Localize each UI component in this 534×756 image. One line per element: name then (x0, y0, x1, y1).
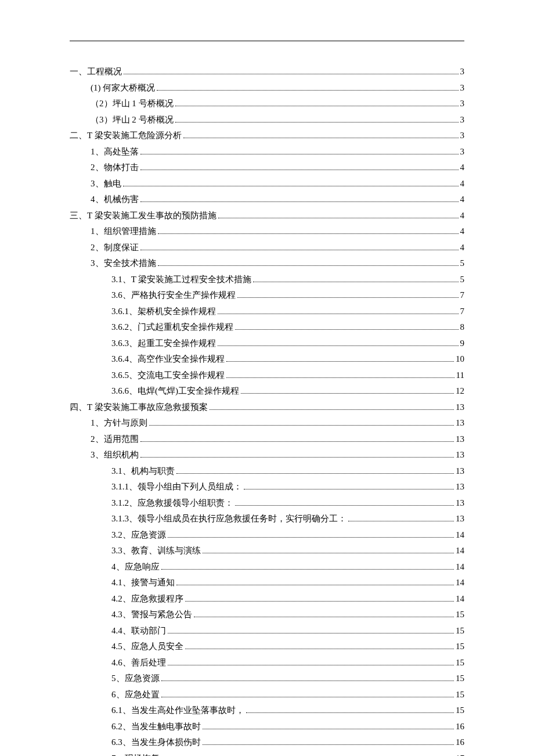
header-rule (70, 41, 464, 41)
toc-label: 3.1.2、应急救援领导小组职责： (111, 496, 233, 510)
toc-label: 3、触电 (91, 177, 121, 190)
toc-entry[interactable]: （3）坪山 2 号桥概况3 (70, 113, 464, 127)
toc-page-number: 12 (456, 384, 464, 398)
toc-leader-dots (176, 585, 454, 585)
toc-label: （3）坪山 2 号桥概况 (91, 113, 174, 127)
toc-entry[interactable]: 3.6.1、架桥机安全操作规程7 (70, 304, 464, 318)
toc-entry[interactable]: 4.4、联动部门15 (70, 624, 464, 638)
toc-entry[interactable]: 4.2、应急救援程序14 (70, 592, 464, 606)
toc-page-number: 17 (456, 751, 464, 757)
toc-page-number: 5 (460, 272, 465, 286)
toc-entry[interactable]: 4.3、警报与紧急公告15 (70, 607, 464, 621)
toc-page-number: 4 (460, 160, 465, 174)
toc-page-number: 9 (460, 336, 465, 350)
toc-entry[interactable]: 3.6.6、电焊(气焊)工安全操作规程12 (70, 384, 464, 398)
toc-entry[interactable]: 5、应急资源15 (70, 671, 464, 685)
toc-leader-dots (237, 297, 459, 298)
toc-leader-dots (158, 233, 459, 234)
toc-label: 3.6.2、门式起重机安全操作规程 (111, 320, 233, 334)
toc-label: 4、应急响应 (111, 560, 160, 574)
toc-leader-dots (348, 521, 454, 521)
toc-page-number: 14 (456, 592, 464, 606)
toc-entry[interactable]: 3.1、T 梁安装施工过程安全技术措施5 (70, 272, 464, 286)
toc-entry[interactable]: 3.6.3、起重工安全操作规程9 (70, 336, 464, 350)
toc-leader-dots (140, 154, 459, 154)
toc-entry[interactable]: 4、机械伤害4 (70, 192, 464, 206)
toc-leader-dots (168, 665, 454, 665)
toc-entry[interactable]: 2、适用范围13 (70, 432, 464, 446)
toc-entry[interactable]: 二、T 梁安装施工危险源分析3 (70, 128, 464, 142)
toc-page-number: 3 (460, 113, 465, 127)
toc-entry[interactable]: 4.5、应急人员安全15 (70, 639, 464, 653)
toc-leader-dots (157, 90, 458, 91)
toc-leader-dots (185, 649, 454, 649)
toc-entry[interactable]: 6、应急处置15 (70, 687, 464, 701)
toc-page-number: 3 (460, 64, 465, 78)
toc-label: (1) 何家大桥概况 (91, 81, 155, 95)
toc-page-number: 5 (460, 256, 465, 270)
toc-entry[interactable]: 1、组织管理措施4 (70, 224, 464, 238)
toc-entry[interactable]: 4、应急响应14 (70, 560, 464, 574)
toc-entry[interactable]: 6.1、当发生高处作业坠落事故时，15 (70, 703, 464, 717)
toc-page-number: 15 (456, 703, 464, 717)
toc-entry[interactable]: 四、T 梁安装施工事故应急救援预案13 (70, 400, 464, 414)
toc-entry[interactable]: 3.6.2、门式起重机安全操作规程8 (70, 320, 464, 334)
toc-entry[interactable]: 7、现场恢复17 (70, 751, 464, 757)
toc-entry[interactable]: 3.6、严格执行安全生产操作规程7 (70, 288, 464, 302)
toc-leader-dots (185, 601, 454, 602)
toc-page-number: 4 (460, 240, 465, 254)
toc-leader-dots (124, 74, 459, 74)
toc-page-number: 15 (456, 671, 464, 685)
toc-entry[interactable]: 3.3、教育、训练与演练14 (70, 543, 464, 557)
toc-page-number: 15 (456, 687, 464, 701)
toc-entry[interactable]: 4.6、善后处理15 (70, 656, 464, 669)
toc-entry[interactable]: （2）坪山 1 号桥概况3 (70, 96, 464, 110)
toc-entry[interactable]: 3.1.2、应急救援领导小组职责：13 (70, 496, 464, 510)
toc-entry[interactable]: 3、触电4 (70, 177, 464, 190)
toc-entry[interactable]: (1) 何家大桥概况3 (70, 81, 464, 95)
toc-leader-dots (194, 617, 454, 617)
toc-entry[interactable]: 4.1、接警与通知14 (70, 575, 464, 589)
toc-entry[interactable]: 3.6.5、交流电工安全操作规程11 (70, 368, 464, 382)
toc-entry[interactable]: 2、制度保证4 (70, 240, 464, 254)
toc-leader-dots (226, 361, 454, 362)
toc-page-number: 13 (456, 400, 464, 414)
toc-leader-dots (203, 553, 454, 553)
toc-page-number: 13 (456, 416, 464, 430)
toc-label: 3.6.1、架桥机安全操作规程 (111, 304, 216, 318)
toc-leader-dots (176, 473, 454, 474)
toc-entry[interactable]: 3.1.1、领导小组由下列人员组成：13 (70, 480, 464, 494)
toc-entry[interactable]: 6.3、当发生身体损伤时16 (70, 735, 464, 749)
toc-entry[interactable]: 3.1、机构与职责13 (70, 464, 464, 478)
toc-label: 6、应急处置 (111, 687, 160, 701)
toc-entry[interactable]: 1、高处坠落3 (70, 145, 464, 159)
toc-page-number: 14 (456, 528, 464, 542)
toc-entry[interactable]: 3、组织机构13 (70, 448, 464, 462)
toc-page-number: 16 (456, 735, 464, 749)
toc-page-number: 4 (460, 208, 465, 222)
toc-entry[interactable]: 1、方针与原则13 (70, 416, 464, 430)
toc-label: 2、物体打击 (91, 160, 139, 174)
toc-label: 4.2、应急救援程序 (111, 592, 183, 606)
toc-label: 4.6、善后处理 (111, 656, 166, 669)
toc-label: 3.1、T 梁安装施工过程安全技术措施 (111, 272, 251, 286)
toc-leader-dots (235, 329, 459, 330)
toc-leader-dots (210, 409, 454, 410)
toc-entry[interactable]: 3.6.4、高空作业安全操作规程10 (70, 352, 464, 366)
toc-entry[interactable]: 一、工程概况3 (70, 64, 464, 78)
toc-leader-dots (161, 697, 454, 697)
toc-entry[interactable]: 3.1.3、领导小组成员在执行应急救援任务时，实行明确分工：13 (70, 512, 464, 525)
toc-page-number: 4 (460, 177, 465, 190)
toc-entry[interactable]: 3、安全技术措施5 (70, 256, 464, 270)
toc-entry[interactable]: 三、T 梁安装施工发生事故的预防措施4 (70, 208, 464, 222)
toc-label: 4.1、接警与通知 (111, 575, 175, 589)
toc-page-number: 4 (460, 192, 465, 206)
toc-page-number: 4 (460, 224, 465, 238)
toc-entry[interactable]: 3.2、应急资源14 (70, 528, 464, 542)
toc-leader-dots (161, 569, 454, 570)
toc-label: 4、机械伤害 (91, 192, 139, 206)
table-of-contents: 一、工程概况3(1) 何家大桥概况3（2）坪山 1 号桥概况3（3）坪山 2 号… (70, 64, 464, 756)
toc-entry[interactable]: 2、物体打击4 (70, 160, 464, 174)
toc-entry[interactable]: 6.2、当发生触电事故时16 (70, 719, 464, 733)
toc-page-number: 7 (460, 304, 465, 318)
